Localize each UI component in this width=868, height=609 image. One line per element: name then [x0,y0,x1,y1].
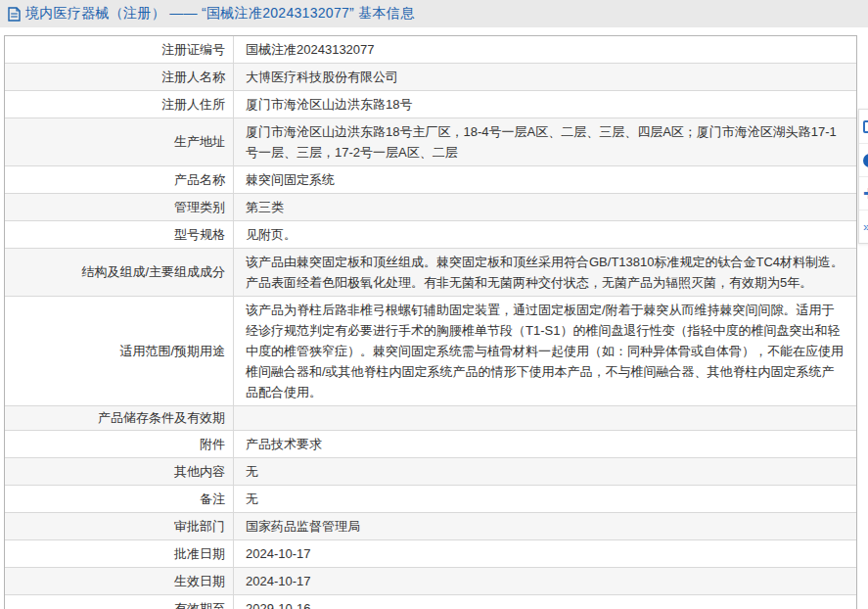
row-label: 注册人名称 [5,64,234,90]
arrows-icon: » [863,220,868,233]
table-row-registrant-address: 注册人住所 厦门市海沧区山边洪东路18号 [5,90,856,117]
table-row-registrant-name: 注册人名称 大博医疗科技股份有限公司 [5,63,856,90]
table-row-cert-number: 注册证编号 国械注准20243132077 [5,36,856,63]
row-value: 国家药品监督管理局 [234,513,856,539]
row-label: 附件 [5,431,234,457]
row-value: 该产品为脊柱后路非椎弓根螺钉辅助固定装置，通过固定板固定/附着于棘突从而维持棘突… [234,297,856,405]
row-label: 生效日期 [5,568,234,594]
table-row-storage-conditions: 产品储存条件及有效期 [5,405,856,430]
row-value: 见附页。 [234,221,856,248]
circle-contact-icon [863,154,868,167]
row-value [234,406,856,430]
page-title-bar: 境内医疗器械（注册） —— “国械注准20243132077” 基本信息 [0,0,868,27]
row-value: 2024-10-17 [234,568,856,594]
page-title: 境内医疗器械（注册） —— “国械注准20243132077” 基本信息 [25,5,414,23]
row-value: 大博医疗科技股份有限公司 [234,64,856,90]
row-value: 无 [234,458,856,485]
row-value: 该产品由棘突固定板和顶丝组成。棘突固定板和顶丝采用符合GB/T13810标准规定… [234,249,856,296]
registration-info-table: 注册证编号 国械注准20243132077 注册人名称 大博医疗科技股份有限公司… [4,35,857,609]
row-label: 生产地址 [5,118,234,165]
side-panel-item-cross[interactable]: ✚ [859,176,868,210]
row-label: 其他内容 [5,458,234,485]
row-value: 2029-10-16 [234,595,856,609]
table-row-management-class: 管理类别 第三类 [5,193,856,220]
table-row-approval-date: 批准日期 2024-10-17 [5,539,856,567]
window-icon [863,120,868,133]
row-label: 审批部门 [5,513,234,539]
row-label: 型号规格 [5,221,234,248]
side-panel-item-arrows[interactable]: » [859,210,868,243]
row-value: 国械注准20243132077 [234,36,856,63]
row-label: 结构及组成/主要组成成分 [5,249,234,296]
row-value: 棘突间固定系统 [234,166,856,193]
table-row-remarks: 备注 无 [5,485,856,512]
row-value: 厦门市海沧区山边洪东路18号主厂区，18-4号一层A区、二层、三层、四层A区；厦… [234,118,856,165]
document-icon [8,7,21,22]
row-label: 有效期至 [5,595,234,609]
row-label: 注册证编号 [5,36,234,63]
row-label: 备注 [5,486,234,512]
row-value: 无 [234,486,856,512]
table-row-approval-department: 审批部门 国家药品监督管理局 [5,512,856,539]
table-row-expiry-date: 有效期至 2029-10-16 [5,594,856,609]
row-label: 产品储存条件及有效期 [5,406,234,430]
row-value: 2024-10-17 [234,540,856,567]
table-row-other-content: 其他内容 无 [5,457,856,485]
table-row-production-address: 生产地址 厦门市海沧区山边洪东路18号主厂区，18-4号一层A区、二层、三层、四… [5,117,856,165]
table-row-effective-date: 生效日期 2024-10-17 [5,567,856,594]
row-label: 注册人住所 [5,91,234,117]
table-row-product-name: 产品名称 棘突间固定系统 [5,165,856,193]
table-row-attachment: 附件 产品技术要求 [5,430,856,457]
table-row-intended-use: 适用范围/预期用途 该产品为脊柱后路非椎弓根螺钉辅助固定装置，通过固定板固定/附… [5,296,856,405]
row-value: 第三类 [234,194,856,220]
table-row-composition: 结构及组成/主要组成成分 该产品由棘突固定板和顶丝组成。棘突固定板和顶丝采用符合… [5,248,856,296]
side-panel-item-window[interactable] [859,110,868,143]
table-row-model-spec: 型号规格 见附页。 [5,220,856,248]
row-label: 产品名称 [5,166,234,193]
floating-side-panel: ✚ » [858,109,868,244]
row-label: 适用范围/预期用途 [5,297,234,405]
row-label: 管理类别 [5,194,234,220]
row-value: 厦门市海沧区山边洪东路18号 [234,91,856,117]
side-panel-item-contact[interactable] [859,143,868,176]
row-value: 产品技术要求 [234,431,856,457]
cross-icon: ✚ [863,186,868,201]
row-label: 批准日期 [5,540,234,567]
